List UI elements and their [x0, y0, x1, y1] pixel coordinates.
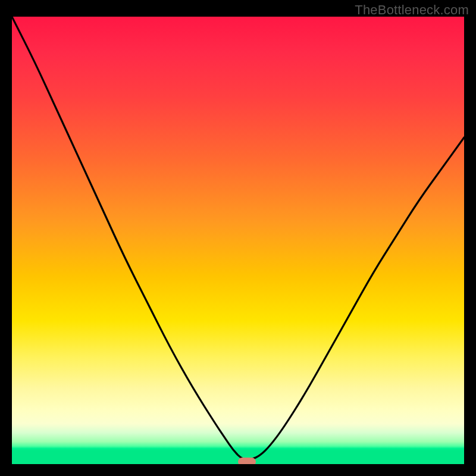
watermark-text: TheBottleneck.com: [355, 2, 469, 18]
plot-area: [12, 17, 464, 464]
optimum-marker: [238, 458, 256, 464]
chart-frame: TheBottleneck.com: [0, 0, 476, 476]
bottleneck-curve: [12, 17, 464, 464]
